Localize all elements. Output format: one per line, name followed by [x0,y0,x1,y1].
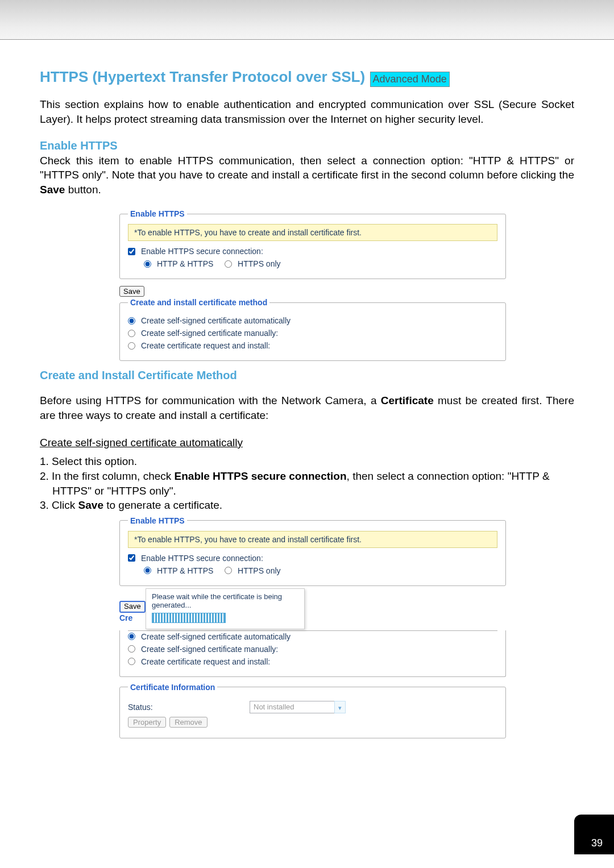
text-fragment: button. [65,184,101,196]
cert-request-radio-2[interactable] [128,658,135,665]
http-and-https-radio[interactable] [144,260,151,268]
cert-auto-label: Create self-signed certificate automatic… [141,316,291,325]
http-and-https-label-2: HTTP & HTTPS [157,566,213,575]
cert-info-fieldset: Certificate Information Status: ▾ Proper… [119,683,506,738]
bold-fragment: Save [78,499,103,511]
step-3: 3. Click Save to generate a certificate. [40,498,574,513]
status-input [250,701,335,713]
cert-manual-label-2: Create self-signed certificate manually: [141,645,278,654]
advanced-mode-badge: Advanced Mode [370,72,450,87]
https-note: *To enable HTTPS, you have to create and… [128,224,497,241]
enable-https-fieldset-2: Enable HTTPS *To enable HTTPS, you have … [119,516,506,586]
enable-https-heading: Enable HTTPS [40,139,574,152]
property-button[interactable]: Property [128,717,166,728]
progress-message: Please wait while the certificate is bei… [152,592,298,609]
cert-info-legend: Certificate Information [128,683,217,692]
https-only-radio[interactable] [225,260,232,268]
remove-button[interactable]: Remove [169,717,207,728]
http-and-https-label: HTTP & HTTPS [157,259,213,268]
text-fragment: Before using HTTPS for communication wit… [40,394,381,406]
create-install-paragraph: Before using HTTPS for communication wit… [40,393,574,422]
text-fragment: 3. Click [40,499,78,511]
text-fragment: Check this item to enable HTTPS communic… [40,155,574,181]
enable-https-legend: Enable HTTPS [128,209,187,218]
page-title: HTTPS (Hypertext Transfer Protocol over … [40,68,365,85]
auto-cert-subheading: Create self-signed certificate automatic… [40,435,574,450]
step-2: 2. In the first column, check Enable HTT… [40,469,574,498]
cert-manual-radio-2[interactable] [128,645,135,653]
step-1: 1. Select this option. [40,454,574,469]
http-and-https-radio-2[interactable] [144,567,151,574]
enable-https-checkbox[interactable] [128,248,135,255]
enable-https-checkbox-label: Enable HTTPS secure connection: [141,247,263,256]
page-top-bar [0,0,614,40]
page-number: 39 [574,815,614,854]
https-only-label-2: HTTPS only [238,566,280,575]
https-only-label: HTTPS only [238,259,280,268]
chevron-down-icon[interactable]: ▾ [334,701,346,713]
https-only-radio-2[interactable] [225,567,232,574]
https-note-2: *To enable HTTPS, you have to create and… [128,531,497,548]
save-button-2[interactable]: Save [119,601,146,613]
enable-https-legend-2: Enable HTTPS [128,516,187,525]
enable-https-checkbox-label-2: Enable HTTPS secure connection: [141,554,263,563]
bold-fragment: Enable HTTPS secure connection [175,470,347,482]
status-label: Status: [128,703,242,712]
create-cert-legend: Create and install certificate method [128,298,269,307]
cert-auto-radio[interactable] [128,317,135,325]
cert-request-radio[interactable] [128,342,135,350]
text-fragment: to generate a certificate. [103,499,222,511]
progress-popup: Please wait while the certificate is bei… [146,588,305,629]
cert-auto-label-2: Create self-signed certificate automatic… [141,632,291,641]
cert-request-label-2: Create certificate request and install: [141,657,270,666]
cert-manual-radio[interactable] [128,330,135,337]
create-cert-fieldset: Create and install certificate method Cr… [119,298,506,361]
enable-https-ui-2: Enable HTTPS *To enable HTTPS, you have … [119,516,506,738]
cert-manual-label: Create self-signed certificate manually: [141,329,278,338]
enable-https-checkbox-2[interactable] [128,554,135,562]
intro-paragraph: This section explains how to enable auth… [40,97,574,126]
save-button[interactable]: Save [119,286,144,297]
certificate-word: Certificate [381,394,434,406]
enable-https-ui-1: Enable HTTPS *To enable HTTPS, you have … [119,209,506,361]
progress-bar [152,613,226,623]
enable-https-text: Check this item to enable HTTPS communic… [40,153,574,197]
enable-https-fieldset: Enable HTTPS *To enable HTTPS, you have … [119,209,506,279]
cert-auto-radio-2[interactable] [128,633,135,640]
save-word: Save [40,184,65,196]
create-install-heading: Create and Install Certificate Method [40,369,574,382]
create-cert-legend-partial: Cre [119,613,132,622]
text-fragment: 2. In the first column, check [40,470,175,482]
cert-request-label: Create certificate request and install: [141,341,270,350]
